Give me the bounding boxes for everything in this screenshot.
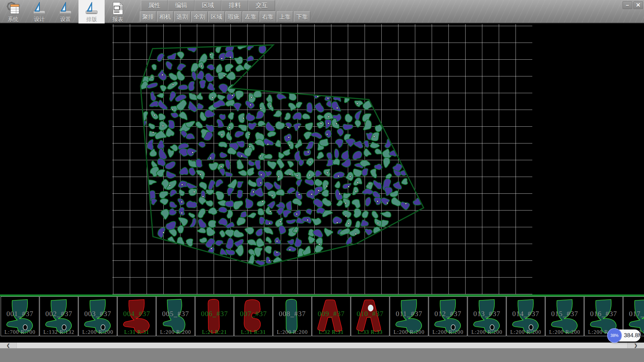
memory-percent-indicator: 38% [607,328,622,343]
menu-tab-排料[interactable]: 排料 [221,0,248,11]
report-icon [110,1,125,16]
tool-button-区域[interactable]: 区域 [208,11,225,22]
piece-lr-count: L:200 R:200 [429,329,467,335]
memory-usage-badge: 38% 384.8M [608,329,641,342]
window-controls: – ✕ [623,1,643,9]
piece-lr-count: L:31 R:31 [234,329,272,335]
app-button-label: 排版 [86,16,97,23]
system-icon [6,1,20,16]
design-icon [32,1,47,16]
app-button-设计[interactable]: 设计 [26,0,52,23]
piece-label: 017_#37 [624,310,644,318]
piece-label: 003_#37 [79,310,117,318]
piece-label: 012_#37 [429,310,467,318]
app-button-label: 设置 [60,16,71,23]
piece-label: 014_#37 [507,310,545,318]
piece-thumbnail-001_#37[interactable]: 001_#37L:700 R:700 [1,296,39,336]
piece-label: 011_#37 [390,310,428,318]
piece-label: 006_#37 [196,310,233,318]
piece-lr-count: L:200 R:200 [468,329,506,335]
piece-thumbnail-005_#37[interactable]: 005_#37L:200 R:200 [156,296,195,336]
tool-button-相机[interactable]: 相机 [157,11,173,22]
piece-lr-count: L:32 R:31 [312,329,350,335]
scroll-right-button[interactable]: ❯ [627,343,644,348]
piece-label: 007_#37 [234,310,272,318]
piece-thumbnail-014_#37[interactable]: 014_#37L:200 R:200 [506,296,545,336]
tool-button-上靠[interactable]: 上靠 [277,11,293,22]
piece-label: 005_#37 [157,310,195,318]
piece-thumbnail-004_#37[interactable]: 004_#37L:31 R:31 [117,296,156,336]
tool-button-选割[interactable]: 选割 [174,11,191,22]
tool-button-右靠[interactable]: 右靠 [260,11,276,22]
piece-label: 010_#37 [351,310,389,318]
piece-label: 002_#37 [40,310,78,318]
nesting-canvas[interactable] [112,24,532,294]
piece-label: 001_#37 [1,310,39,318]
piece-thumbnail-008_#37[interactable]: 008_#37L:200 R:200 [273,296,312,336]
piece-label: 016_#37 [585,310,623,318]
piece-lr-count: L:200 R:200 [390,329,428,335]
piece-lr-count: L:200 R:200 [546,329,584,335]
piece-lr-count: L:132 R:132 [40,329,78,335]
tool-button-全割[interactable]: 全割 [191,11,208,22]
app-button-label: 报表 [112,16,123,23]
piece-lr-count: L:200 R:200 [273,329,311,335]
app-button-排版[interactable]: 排版 [78,0,105,23]
piece-thumbnail-003_#37[interactable]: 003_#37L:200 R:200 [78,296,117,336]
piece-label: 009_#37 [312,310,350,318]
piece-lr-count: L:700 R:700 [1,329,39,335]
menu-row: 属性编辑区域排料交互 [141,0,275,11]
piece-lr-count: L:21 R:21 [196,329,233,335]
nesting-icon [84,1,99,16]
app-button-label: 设计 [34,16,45,23]
piece-thumbnail-012_#37[interactable]: 012_#37L:200 R:200 [429,296,467,336]
piece-thumbnail-002_#37[interactable]: 002_#37L:132 R:132 [40,296,78,336]
app-button-设置[interactable]: 设置 [52,0,78,23]
menu-tab-属性[interactable]: 属性 [141,0,168,11]
piece-label: 008_#37 [273,310,311,318]
piece-lr-count: L:31 R:31 [118,329,156,335]
horizontal-scrollbar[interactable]: ❮ ❯ [0,343,644,348]
piece-label: 004_#37 [118,310,156,318]
status-bar [0,348,644,362]
piece-thumbnail-013_#37[interactable]: 013_#37L:200 R:200 [468,296,506,336]
piece-thumbnail-strip: 001_#37L:700 R:700002_#37L:132 R:132003_… [1,296,644,337]
settings-icon [58,1,73,16]
piece-label: 015_#37 [546,310,584,318]
close-button[interactable]: ✕ [633,1,643,9]
piece-lr-count: L:200 R:200 [507,329,545,335]
piece-label: 013_#37 [468,310,506,318]
app-button-报表[interactable]: 报表 [105,0,131,23]
tool-button-下靠[interactable]: 下靠 [294,11,310,22]
memory-size-label: 384.8M [624,329,643,342]
piece-thumbnail-007_#37[interactable]: 007_#37L:31 R:31 [234,296,273,336]
piece-thumbnail-006_#37[interactable]: 006_#37L:21 R:21 [195,296,234,336]
tool-row: 聚排相机选割全割区域瑕疵左靠右靠上靠下靠 [140,11,311,22]
menu-tab-编辑[interactable]: 编辑 [168,0,195,11]
piece-lr-count: L:200 R:200 [79,329,117,335]
app-button-系统[interactable]: 系统 [0,0,26,23]
app-buttons: 系统设计设置排版报表 [0,0,131,23]
piece-thumbnail-015_#37[interactable]: 015_#37L:200 R:200 [545,296,584,336]
tool-button-左靠[interactable]: 左靠 [243,11,259,22]
menu-tab-交互[interactable]: 交互 [248,0,275,11]
menu-tab-区域[interactable]: 区域 [195,0,221,11]
piece-thumbnail-009_#37[interactable]: 009_#37L:32 R:31 [312,296,351,336]
app-button-label: 系统 [8,16,18,23]
piece-thumbnail-011_#37[interactable]: 011_#37L:200 R:200 [390,296,428,336]
piece-lr-count: L:200 R:200 [157,329,195,335]
piece-lr-count: L:33 R:33 [351,329,389,335]
minimize-button[interactable]: – [623,1,632,9]
scroll-left-button[interactable]: ❮ [0,343,17,348]
tool-button-瑕疵[interactable]: 瑕疵 [225,11,242,22]
tool-button-聚排[interactable]: 聚排 [140,11,156,22]
top-toolbar: 系统设计设置排版报表 属性编辑区域排料交互 聚排相机选割全割区域瑕疵左靠右靠上靠… [0,0,644,23]
piece-thumbnail-010_#37[interactable]: 010_#37L:33 R:33 [351,296,389,336]
